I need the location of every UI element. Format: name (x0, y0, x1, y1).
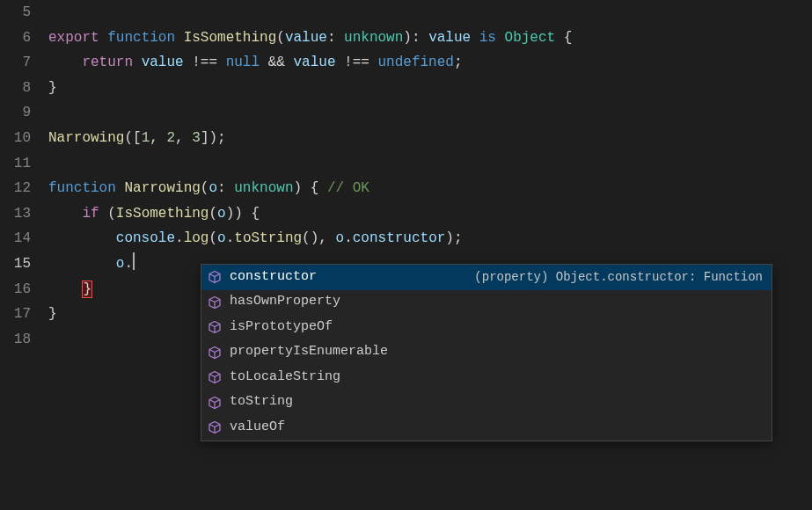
semicolon: ; (217, 130, 226, 146)
comma: , (150, 130, 166, 146)
autocomplete-item-label: isPrototypeOf (230, 315, 333, 340)
indent (48, 230, 116, 246)
cube-icon (205, 293, 224, 312)
cube-icon (205, 317, 224, 337)
line-number: 5 (0, 0, 31, 26)
code-line[interactable]: } (48, 76, 812, 101)
autocomplete-item[interactable]: toString (201, 390, 772, 416)
line-number: 17 (0, 302, 31, 327)
brace: { (555, 30, 572, 46)
identifier: value (293, 55, 335, 70)
paren: ) (234, 206, 243, 222)
function-call: IsSomething (116, 206, 209, 222)
space (116, 180, 125, 196)
brace-error: } (82, 280, 92, 298)
code-line[interactable]: export function IsSomething(value: unkno… (48, 26, 812, 51)
dot: . (175, 230, 184, 246)
identifier: o (336, 230, 345, 246)
brace: { (302, 180, 327, 196)
comma: , (175, 130, 192, 146)
autocomplete-item-label: toString (230, 390, 293, 415)
autocomplete-item[interactable]: valueOf (201, 415, 772, 441)
autocomplete-popup[interactable]: constructor(property) Object.constructor… (201, 264, 772, 441)
keyword-function: function (107, 30, 175, 46)
identifier: console (116, 230, 175, 246)
autocomplete-item[interactable]: constructor(property) Object.constructor… (201, 265, 772, 290)
keyword-is: is (471, 30, 504, 46)
autocomplete-item-label: hasOwnProperty (230, 289, 340, 315)
code-line[interactable]: function Narrowing(o: unknown) { // OK (48, 176, 812, 201)
number: 1 (142, 130, 150, 146)
operator: !== (335, 55, 377, 70)
keyword-function: function (48, 180, 116, 196)
type: Object (505, 30, 556, 46)
cube-icon (205, 418, 224, 437)
keyword-if: if (82, 206, 99, 222)
bracket: [ (133, 130, 142, 146)
autocomplete-item[interactable]: propertyIsEnumerable (201, 340, 772, 366)
code-line[interactable]: console.log(o.toString(), o.constructor)… (48, 226, 812, 251)
keyword-return: return (82, 55, 133, 70)
indent (48, 281, 82, 297)
code-editor[interactable]: 5 6 7 8 9 10 11 12 13 14 15 16 17 18 exp… (0, 0, 812, 510)
number: 2 (166, 130, 175, 146)
identifier: o (217, 206, 226, 222)
line-number: 16 (0, 277, 31, 302)
semicolon: ; (454, 55, 463, 70)
indent (48, 55, 82, 70)
type: unknown (234, 180, 293, 196)
space (133, 55, 142, 70)
dot: . (226, 230, 235, 246)
cube-icon (205, 267, 224, 287)
autocomplete-item-label: toLocaleString (230, 365, 340, 390)
comment: // OK (327, 180, 369, 196)
space (99, 206, 108, 222)
cube-icon (205, 368, 224, 387)
colon: : (217, 180, 234, 196)
paren: ) (403, 30, 412, 46)
autocomplete-item-label: valueOf (230, 415, 285, 441)
line-number-active: 15 (0, 251, 31, 277)
dot: . (124, 256, 133, 272)
type: unknown (344, 30, 403, 46)
paren: ( (124, 130, 133, 146)
dot: . (344, 230, 353, 246)
code-line[interactable] (48, 151, 812, 177)
identifier: o (116, 256, 125, 272)
line-number: 12 (0, 176, 31, 201)
autocomplete-item[interactable]: hasOwnProperty (201, 290, 772, 316)
autocomplete-item[interactable]: toLocaleString (201, 365, 772, 390)
number: 3 (192, 130, 201, 146)
identifier: o (217, 230, 226, 246)
colon: : (327, 30, 344, 46)
brace: { (243, 206, 260, 222)
code-line[interactable]: if (IsSomething(o)) { (48, 201, 812, 227)
autocomplete-item-label: constructor (230, 265, 317, 290)
line-number: 6 (0, 26, 31, 51)
line-number: 8 (0, 76, 31, 101)
autocomplete-item[interactable]: isPrototypeOf (201, 315, 772, 340)
paren: ( (201, 180, 209, 196)
paren: ) (311, 230, 319, 246)
line-number: 13 (0, 201, 31, 227)
function-call: Narrowing (48, 130, 124, 146)
paren: ( (107, 206, 116, 222)
method-call: toString (234, 230, 302, 246)
function-name: IsSomething (184, 30, 277, 46)
line-number: 7 (0, 50, 31, 76)
autocomplete-item-label: propertyIsEnumerable (230, 339, 388, 365)
cube-icon (205, 393, 224, 412)
paren: ( (208, 230, 217, 246)
code-area[interactable]: export function IsSomething(value: unkno… (48, 0, 812, 510)
text-cursor (133, 252, 135, 270)
indent (48, 206, 82, 222)
code-line[interactable] (48, 100, 812, 126)
method-call: log (184, 230, 209, 246)
paren: ) (293, 180, 302, 196)
paren: ( (208, 206, 217, 222)
brace: } (48, 306, 57, 322)
code-line[interactable]: Narrowing([1, 2, 3]); (48, 126, 812, 151)
code-line[interactable]: return value !== null && value !== undef… (48, 50, 812, 76)
property: constructor (353, 230, 446, 246)
code-line[interactable] (48, 0, 812, 26)
